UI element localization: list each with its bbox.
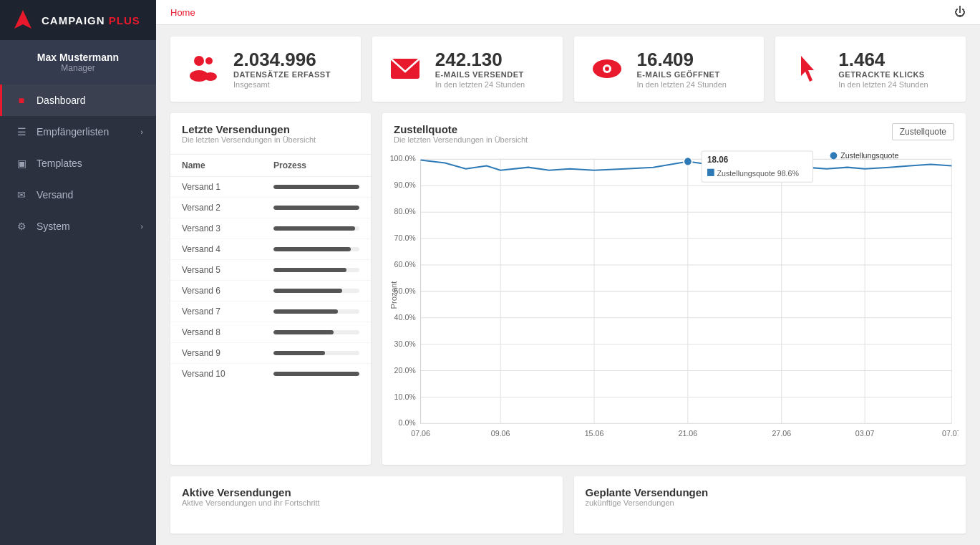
sidebar-item-empfaengerlisten[interactable]: ☰ Empfängerlisten ›: [0, 116, 156, 148]
sidebar-item-label: Empfängerlisten: [37, 126, 109, 138]
progress-bar: [273, 268, 359, 272]
svg-text:0.0%: 0.0%: [399, 418, 417, 427]
svg-text:90.0%: 90.0%: [394, 180, 416, 189]
row-name: Versand 1: [182, 182, 273, 192]
row-name: Versand 6: [182, 286, 273, 296]
col-name: Name: [182, 160, 273, 170]
zustellquote-card: Zustellquote Die letzten Versendungen in…: [382, 113, 966, 465]
card-title: Letzte Versendungen: [182, 123, 359, 135]
chevron-down-icon: ›: [140, 127, 143, 136]
aktive-versendungen-card: Aktive Versendungen Aktive Versendungen …: [170, 476, 563, 534]
eye-icon: [588, 50, 626, 87]
progress-bar: [273, 330, 359, 334]
content-row: Letzte Versendungen Die letzten Versendu…: [156, 113, 980, 476]
stat-label: GETRACKTE KLICKS: [838, 70, 928, 79]
table-row[interactable]: Versand 10: [170, 364, 371, 384]
stat-label: DATENSÄTZE ERFASST: [233, 70, 331, 79]
progress-bar-fill: [273, 226, 355, 231]
row-name: Versand 7: [182, 307, 273, 317]
stat-number: 1.464: [838, 49, 928, 70]
row-name: Versand 8: [182, 327, 273, 337]
progress-bar-fill: [273, 351, 325, 355]
stat-sub: In den letzten 24 Stunden: [637, 80, 727, 89]
stat-card-emails-geoeffnet: 16.409 E-MAILS GEÖFFNET In den letzten 2…: [574, 37, 765, 102]
dashboard-icon: ■: [15, 95, 28, 106]
zustellquote-filter-button[interactable]: Zustellquote: [892, 123, 954, 140]
stat-label: E-MAILS VERSENDET: [435, 70, 525, 79]
row-name: Versand 3: [182, 223, 273, 233]
svg-point-1: [194, 56, 204, 66]
user-role: Manager: [11, 63, 145, 73]
sidebar-item-label: Templates: [37, 158, 82, 169]
table-row[interactable]: Versand 3: [170, 218, 371, 239]
progress-bar-fill: [273, 289, 342, 293]
power-icon[interactable]: ⏻: [954, 6, 966, 19]
list-icon: ☰: [15, 126, 28, 138]
letzte-versendungen-card: Letzte Versendungen Die letzten Versendu…: [170, 113, 371, 465]
table-row[interactable]: Versand 5: [170, 260, 371, 281]
sidebar-item-dashboard[interactable]: ■ Dashboard: [0, 85, 156, 116]
gear-icon: ⚙: [15, 221, 28, 232]
main-content: Home ⏻ 2.034.996 DATENSÄTZE ERFASST Insg…: [156, 0, 980, 545]
svg-text:03.07: 03.07: [855, 428, 875, 437]
progress-bar-fill: [273, 268, 346, 272]
chevron-down-icon: ›: [140, 222, 143, 231]
svg-text:80.0%: 80.0%: [394, 207, 416, 216]
stat-sub: Insgesamt: [233, 80, 331, 89]
svg-text:100.0%: 100.0%: [390, 154, 416, 163]
geplante-versendungen-card: Geplante Versendungen zukünftige Versend…: [574, 476, 966, 534]
card-subtitle: Die letzten Versendungen in Übersicht: [182, 135, 359, 144]
versendungen-rows: Versand 1 Versand 2 Versand 3 Versand 4 …: [170, 177, 371, 384]
svg-text:60.0%: 60.0%: [394, 259, 416, 268]
sidebar-item-templates[interactable]: ▣ Templates: [0, 148, 156, 179]
zustellquote-subtitle: Die letzten Versendungen in Übersicht: [394, 135, 528, 144]
sidebar-header: CAMPAIGN PLUS: [0, 0, 156, 40]
svg-text:40.0%: 40.0%: [394, 312, 416, 321]
stats-row: 2.034.996 DATENSÄTZE ERFASST Insgesamt 2…: [156, 25, 980, 113]
zustellquote-header: Zustellquote Die letzten Versendungen in…: [382, 113, 966, 148]
mail-icon: ✉: [15, 189, 28, 201]
table-row[interactable]: Versand 8: [170, 322, 371, 343]
svg-text:70.0%: 70.0%: [394, 233, 416, 241]
aktive-versendungen-title: Aktive Versendungen: [182, 486, 551, 498]
svg-text:10.0%: 10.0%: [394, 392, 416, 400]
svg-point-4: [204, 72, 217, 81]
stat-card-getrackte-klicks: 1.464 GETRACKTE KLICKS In den letzten 24…: [775, 37, 966, 102]
svg-text:07.06: 07.06: [411, 428, 430, 437]
svg-point-44: [830, 152, 838, 159]
row-name: Versand 9: [182, 348, 273, 358]
row-name: Versand 5: [182, 265, 273, 275]
progress-bar-fill: [273, 330, 334, 334]
progress-bar: [273, 372, 359, 376]
table-header: Name Prozess: [170, 154, 371, 177]
svg-text:18.06: 18.06: [707, 155, 728, 165]
svg-point-2: [205, 57, 213, 64]
svg-text:21.06: 21.06: [679, 428, 698, 437]
svg-text:20.0%: 20.0%: [394, 365, 416, 374]
svg-point-39: [684, 157, 692, 165]
user-section: Max Mustermann Manager: [0, 40, 156, 85]
logo-text: CAMPAIGN PLUS: [42, 14, 140, 26]
progress-bar: [273, 247, 359, 251]
sidebar-item-system[interactable]: ⚙ System ›: [0, 211, 156, 242]
svg-text:15.06: 15.06: [585, 428, 604, 437]
sidebar-item-versand[interactable]: ✉ Versand: [0, 179, 156, 211]
zustellquote-chart: 100.0% 90.0% 80.0% 70.0% 60.0% 50.0% 40.…: [389, 148, 959, 442]
svg-text:Zustellungsquote  98.6%: Zustellungsquote 98.6%: [717, 168, 800, 177]
svg-marker-0: [14, 10, 31, 29]
stat-number: 2.034.996: [233, 49, 331, 70]
progress-bar-fill: [273, 309, 338, 314]
progress-bar: [273, 206, 359, 210]
table-row[interactable]: Versand 9: [170, 343, 371, 364]
table-row[interactable]: Versand 1: [170, 177, 371, 198]
stat-number: 242.130: [435, 49, 525, 70]
user-name: Max Mustermann: [11, 52, 145, 63]
table-row[interactable]: Versand 4: [170, 239, 371, 260]
table-row[interactable]: Versand 7: [170, 302, 371, 322]
table-row[interactable]: Versand 2: [170, 198, 371, 218]
progress-bar-fill: [273, 185, 359, 189]
row-name: Versand 10: [182, 369, 273, 379]
svg-text:30.0%: 30.0%: [394, 339, 416, 347]
svg-text:27.06: 27.06: [772, 428, 791, 437]
table-row[interactable]: Versand 6: [170, 281, 371, 302]
